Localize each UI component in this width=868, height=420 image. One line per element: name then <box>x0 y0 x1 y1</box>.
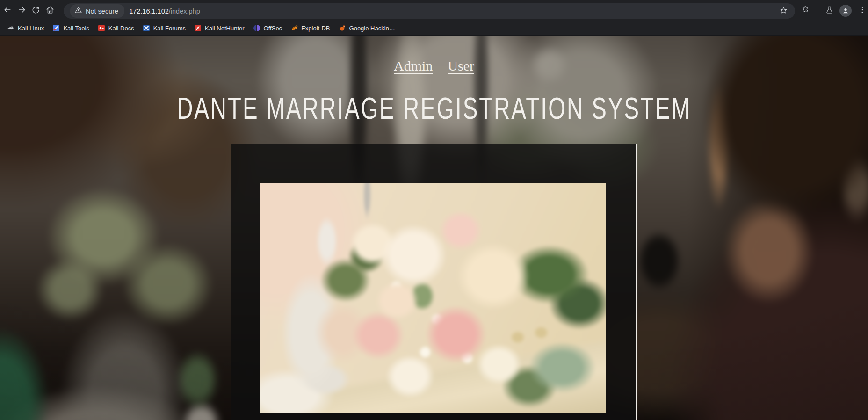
offsec-icon <box>253 24 260 32</box>
reload-button[interactable] <box>29 4 42 17</box>
url-host: 172.16.1.102 <box>129 7 169 15</box>
nav-link-user[interactable]: User <box>448 58 474 74</box>
kebab-menu-icon <box>858 6 867 16</box>
profile-button[interactable] <box>839 4 852 17</box>
home-button[interactable] <box>43 4 57 17</box>
kali-nethunter-icon <box>194 24 202 32</box>
kali-dragon-icon <box>7 24 14 32</box>
bookmark-kali-forums[interactable]: Kali Forums <box>138 23 190 33</box>
page-viewport: Admin User DANTE MARRIAGE REGISTRATION S… <box>0 36 868 420</box>
bookmark-label: Kali Tools <box>63 25 89 32</box>
security-chip[interactable]: Not secure <box>70 4 124 18</box>
extensions-button[interactable] <box>799 4 812 17</box>
bookmark-google-hacking-db[interactable]: Google Hackin… <box>334 23 399 33</box>
star-icon <box>779 6 788 17</box>
bookmark-label: Kali NetHunter <box>205 25 245 32</box>
reload-icon <box>31 6 40 16</box>
experiments-button[interactable] <box>823 4 836 17</box>
bookmark-label: OffSec <box>264 25 282 32</box>
vertical-divider-line <box>636 144 637 420</box>
warning-triangle-icon <box>74 6 82 16</box>
home-icon <box>45 5 55 16</box>
flask-icon <box>825 6 834 16</box>
bookmark-exploit-db[interactable]: Exploit-DB <box>286 23 334 33</box>
security-label: Not secure <box>86 7 118 15</box>
bookmarks-bar: Kali Linux Kali Tools Kali Docs Kali For… <box>0 21 868 36</box>
bookmark-kali-linux[interactable]: Kali Linux <box>3 23 48 33</box>
forward-arrow-icon <box>17 5 27 16</box>
bookmark-label: Google Hackin… <box>349 25 395 32</box>
bookmark-kali-docs[interactable]: Kali Docs <box>94 23 138 33</box>
puzzle-icon <box>801 6 810 16</box>
url-path: /index.php <box>169 7 200 15</box>
site-nav: Admin User <box>0 58 868 74</box>
forward-button[interactable] <box>15 4 29 17</box>
browser-window: Not secure 172.16.1.102/index.php <box>0 0 868 420</box>
bookmark-label: Kali Forums <box>153 25 186 32</box>
bookmark-label: Kali Linux <box>18 25 44 32</box>
bookmark-kali-tools[interactable]: Kali Tools <box>48 23 93 33</box>
bookmark-kali-nethunter[interactable]: Kali NetHunter <box>190 23 249 33</box>
back-button[interactable] <box>1 4 14 17</box>
ghdb-icon <box>339 24 346 32</box>
bookmark-offsec[interactable]: OffSec <box>249 23 287 33</box>
content-panel <box>231 144 636 420</box>
avatar <box>839 5 852 17</box>
nav-link-admin[interactable]: Admin <box>394 58 433 74</box>
kali-tools-icon <box>52 24 60 32</box>
toolbar-separator <box>817 7 817 15</box>
kali-forums-icon <box>143 24 150 32</box>
back-arrow-icon <box>3 5 12 16</box>
bookmark-star-button[interactable] <box>777 5 789 17</box>
browser-chrome: Not secure 172.16.1.102/index.php <box>0 0 868 36</box>
bookmark-label: Exploit-DB <box>301 25 330 32</box>
kali-docs-icon <box>98 24 105 32</box>
address-bar[interactable]: Not secure 172.16.1.102/index.php <box>64 3 795 19</box>
menu-button[interactable] <box>856 4 868 17</box>
exploit-db-icon <box>290 24 298 32</box>
browser-toolbar: Not secure 172.16.1.102/index.php <box>0 0 868 21</box>
wedding-bouquet-photo <box>260 183 606 413</box>
url-text: 172.16.1.102/index.php <box>129 7 200 15</box>
page-title: DANTE MARRIAGE REGISTRATION SYSTEM <box>113 94 755 123</box>
bookmark-label: Kali Docs <box>108 25 134 32</box>
